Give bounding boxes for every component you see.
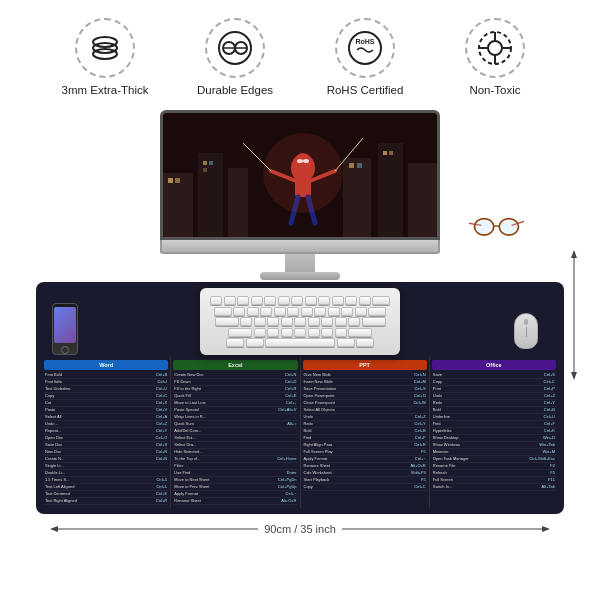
shortcut-item: Font BoldCtrl+B <box>44 372 168 379</box>
excel-column: Excel Create New DocCtrl+N Fill DownCtrl… <box>171 357 299 508</box>
excel-header: Excel <box>173 360 297 370</box>
key <box>226 338 244 347</box>
key <box>287 307 299 316</box>
shortcut-item: Select All Objects <box>303 407 427 414</box>
shortcut-item: New DocCtrl+N <box>44 449 168 456</box>
shortcut-item: CutCtrl+X <box>44 400 168 407</box>
key <box>267 317 279 326</box>
svg-text:RoHS: RoHS <box>355 38 374 45</box>
key <box>228 328 252 337</box>
word-column: Word Font BoldCtrl+B Font ItalicCtrl+I T… <box>42 357 170 508</box>
glasses <box>469 211 524 250</box>
svg-rect-24 <box>203 161 207 165</box>
monitor-screen <box>160 110 440 240</box>
shortcut-item: Right Align ParaCtrl+R <box>303 442 427 449</box>
shortcut-item: Show WindowsWin+Tab <box>432 442 556 449</box>
svg-rect-27 <box>349 163 354 168</box>
shortcut-item: Fill DownCtrl+D <box>173 379 297 386</box>
svg-point-10 <box>488 41 502 55</box>
key <box>368 307 386 316</box>
key <box>278 296 290 305</box>
shortcut-item: Add/Del Com... <box>173 428 297 435</box>
key <box>355 307 367 316</box>
shortcut-item: RedoCtrl+Y <box>303 421 427 428</box>
key <box>291 296 303 305</box>
shortcut-item: BoldCtrl+B <box>432 407 556 414</box>
svg-point-7 <box>349 32 381 64</box>
key <box>356 338 374 347</box>
computer-mouse <box>514 313 538 349</box>
shortcut-item: Rename SheetAlt+O+R <box>173 498 297 505</box>
key-space <box>265 338 335 347</box>
shortcut-item: Full Screen PlayF5 <box>303 449 427 456</box>
shortcut-item: UndoCtrl+Z <box>303 414 427 421</box>
shortcuts-table: Word Font BoldCtrl+B Font ItalicCtrl+I T… <box>42 357 558 508</box>
key <box>348 328 372 337</box>
key <box>328 307 340 316</box>
shortcut-item: RefreshF5 <box>432 470 556 477</box>
office-column: Office SaveCtrl+S CopyCtrl+C PrintCtrl+P… <box>430 357 558 508</box>
key <box>281 328 293 337</box>
monitor-display <box>16 110 584 280</box>
ppt-column: PPT Give New SlideCtrl+N Insert New Slid… <box>301 357 429 508</box>
shortcut-item: FindCtrl+F <box>432 421 556 428</box>
key <box>246 338 264 347</box>
svg-point-45 <box>475 219 494 236</box>
horizontal-dimension: 90cm / 35 inch <box>0 520 600 538</box>
shortcut-item: Filter <box>173 463 297 470</box>
key <box>359 296 371 305</box>
svg-rect-20 <box>378 143 403 240</box>
shortcut-item: Open Task ManagerCtrl+Shift+Esc <box>432 456 556 463</box>
shortcut-item: Single Li... <box>44 463 168 470</box>
key <box>335 328 347 337</box>
shortcut-item: Double Li... <box>44 470 168 477</box>
mouse-divider <box>526 327 527 337</box>
shortcut-item: Hide Selected... <box>173 449 297 456</box>
shortcut-item: Create N...Ctrl+N <box>44 456 168 463</box>
shortcut-item: UndoCtrl+Z <box>432 393 556 400</box>
key <box>348 317 360 326</box>
word-header: Word <box>44 360 168 370</box>
key <box>305 296 317 305</box>
shortcut-item: Show DesktopWin+D <box>432 435 556 442</box>
shortcut-item: Text Left AlignedCtrl+L <box>44 484 168 491</box>
key <box>214 307 232 316</box>
key <box>264 296 276 305</box>
shortcut-item: SaveCtrl+S <box>432 372 556 379</box>
shortcut-item: PrintCtrl+P <box>432 386 556 393</box>
svg-rect-16 <box>163 173 193 240</box>
key <box>281 317 293 326</box>
shortcut-item: Repeat...Ctrl+Y <box>44 428 168 435</box>
mousepad-area: Word Font BoldCtrl+B Font ItalicCtrl+I T… <box>36 282 564 514</box>
key <box>254 317 266 326</box>
shortcut-item: Quick SumAlt+= <box>173 421 297 428</box>
ppt-header: PPT <box>303 360 427 370</box>
non-toxic-label: Non-Toxic <box>469 84 520 96</box>
svg-rect-28 <box>357 163 362 168</box>
shortcut-item: Apply FormatCtrl+~ <box>173 491 297 498</box>
extra-thick-icon <box>75 18 135 78</box>
key <box>345 296 357 305</box>
shortcut-item: Text UnderlineCtrl+U <box>44 386 168 393</box>
svg-marker-52 <box>571 372 577 380</box>
shortcut-item: Fill to the RightCtrl+R <box>173 386 297 393</box>
key <box>308 317 320 326</box>
svg-rect-21 <box>408 163 440 240</box>
keyboard <box>200 288 400 355</box>
svg-marker-51 <box>571 250 577 258</box>
durable-edges-label: Durable Edges <box>197 84 273 96</box>
key <box>318 296 330 305</box>
key <box>321 317 333 326</box>
shortcut-item: Wrap Lines in R... <box>173 414 297 421</box>
key <box>237 296 249 305</box>
shortcut-item: Start PlaybackF5 <box>303 477 427 484</box>
feature-non-toxic: Non-Toxic <box>445 18 545 96</box>
shortcut-item: Font ItalicCtrl+I <box>44 379 168 386</box>
shortcut-item: 1.5 Times S...Ctrl+5 <box>44 477 168 484</box>
key <box>251 296 263 305</box>
shortcut-item: Move to Prev SheetCtrl+PgUp <box>173 484 297 491</box>
shortcut-item: Rename SheetAlt+O+R <box>303 463 427 470</box>
shortcut-item: Create New DocCtrl+N <box>173 372 297 379</box>
features-bar: 3mm Extra-Thick Durable Edges RoHS <box>0 0 600 106</box>
shortcut-item: CopyCtrl+C <box>44 393 168 400</box>
